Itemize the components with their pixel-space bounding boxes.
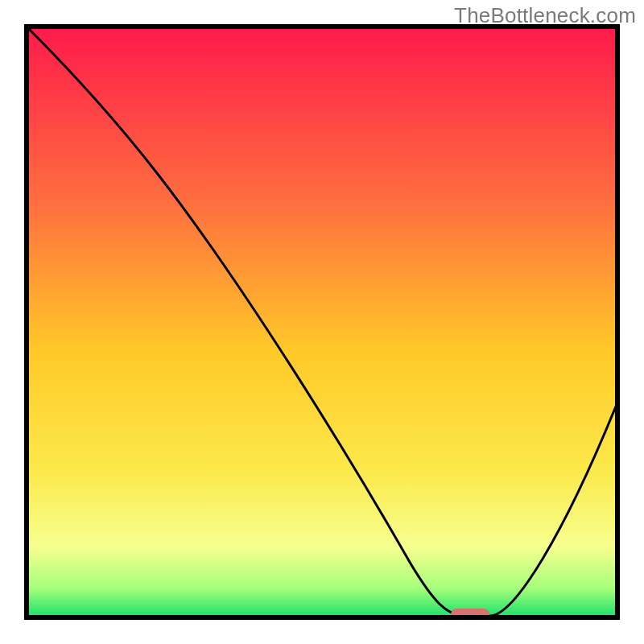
chart-svg bbox=[0, 0, 644, 644]
watermark-text: TheBottleneck.com bbox=[454, 3, 636, 28]
plot-gradient bbox=[27, 27, 617, 617]
chart-stage: TheBottleneck.com bbox=[0, 0, 644, 644]
